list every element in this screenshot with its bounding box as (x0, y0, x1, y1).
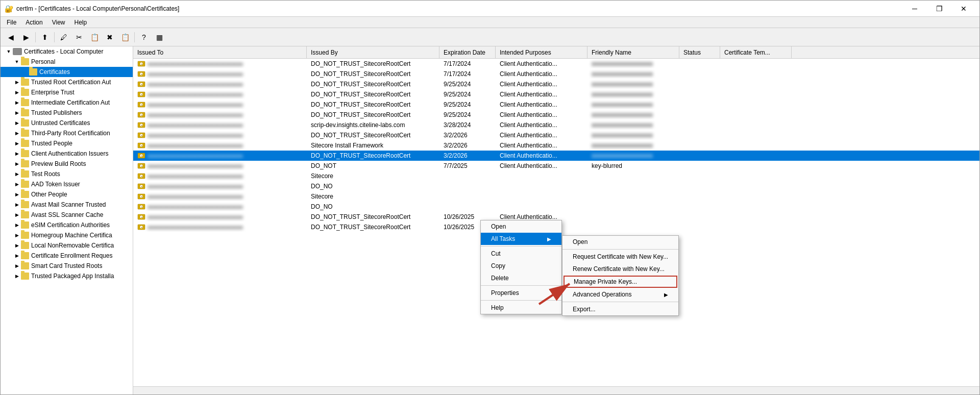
toolbar-paste[interactable]: 📋 (118, 30, 132, 44)
cell-friendly (587, 212, 679, 221)
tree-item-intermediate[interactable]: ▶ Intermediate Certification Aut (1, 97, 133, 108)
cell-intended: Client Authenticatio... (496, 89, 587, 99)
list-row[interactable]: ★xxxxxxxxxxxxxxxxxxxxxxxxxxxxxxxxxxDO_NO… (133, 110, 979, 120)
tree-item-esim[interactable]: ▶ eSIM Certification Authorities (1, 220, 133, 230)
tree-item-client-auth[interactable]: ▶ Client Authentication Issuers (1, 149, 133, 159)
tree-item-untrusted[interactable]: ▶ Untrusted Certificates (1, 118, 133, 128)
list-row[interactable]: ★xxxxxxxxxxxxxxxxxxxxxxxxxxxxxxxxxxDO_NO… (133, 89, 979, 100)
list-row[interactable]: ★xxxxxxxxxxxxxxxxxxxxxxxxxxxxxxxxxxSitec… (133, 191, 979, 202)
toolbar-edit[interactable]: 🖊 (57, 30, 71, 44)
sub-renew-new[interactable]: Renew Certificate with New Key... (562, 263, 678, 275)
list-row[interactable]: ★xxxxxxxxxxxxxxxxxxxxxxxxxxxxxxxxxxDO_NO (133, 181, 979, 191)
tree-item-local-nonremovable[interactable]: ▶ Local NonRemovable Certifica (1, 240, 133, 251)
cell-status (679, 100, 720, 109)
col-header-intended[interactable]: Intended Purposes (496, 46, 587, 58)
col-header-friendly[interactable]: Friendly Name (587, 46, 679, 58)
list-row[interactable]: ★xxxxxxxxxxxxxxxxxxxxxxxxxxxxxxxxxxDO_NO… (133, 69, 979, 79)
minimize-button[interactable]: ─ (903, 1, 926, 17)
close-button[interactable]: ✕ (952, 1, 975, 17)
cell-status (679, 140, 720, 150)
cell-issued-to: ★xxxxxxxxxxxxxxxxxxxxxxxxxxxxxxxxxx (133, 130, 307, 140)
tree-item-personal[interactable]: ▼ Personal (1, 57, 133, 67)
ctx-all-tasks[interactable]: All Tasks ▶ (481, 233, 561, 245)
sub-request-new[interactable]: Request Certificate with New Key... (562, 251, 678, 263)
menu-view[interactable]: View (48, 18, 69, 27)
menu-file[interactable]: File (3, 18, 20, 27)
ctx-open[interactable]: Open (481, 220, 561, 233)
cert-row-icon: ★ (137, 162, 145, 169)
cell-status (679, 79, 720, 89)
cell-issued-to: ★xxxxxxxxxxxxxxxxxxxxxxxxxxxxxxxxxx (133, 59, 307, 68)
toolbar-forward[interactable]: ▶ (19, 30, 33, 44)
folder-icon-homegroup (21, 232, 29, 239)
menu-action[interactable]: Action (21, 18, 46, 27)
folder-icon-test-roots (21, 170, 29, 178)
list-row[interactable]: ★xxxxxxxxxxxxxxxxxxxxxxxxxxxxxxxxxxDO_NO… (133, 59, 979, 69)
ctx-delete[interactable]: Delete (481, 272, 561, 284)
issued-to-value: xxxxxxxxxxxxxxxxxxxxxxxxxxxxxxxxxx (148, 102, 243, 108)
cert-row-icon: ★ (137, 101, 145, 108)
cell-expiry: 9/25/2024 (439, 79, 496, 89)
tree-item-smart-card[interactable]: ▶ Smart Card Trusted Roots (1, 261, 133, 271)
tree-item-third-party[interactable]: ▶ Third-Party Root Certification (1, 128, 133, 138)
horizontal-scrollbar[interactable] (133, 386, 979, 394)
ctx-help[interactable]: Help (481, 302, 561, 314)
toolbar-help[interactable]: ? (137, 30, 151, 44)
list-row[interactable]: ★xxxxxxxxxxxxxxxxxxxxxxxxxxxxxxxxxxscrip… (133, 120, 979, 130)
tree-item-enterprise[interactable]: ▶ Enterprise Trust (1, 87, 133, 97)
toolbar-delete[interactable]: ✖ (103, 30, 117, 44)
col-header-status[interactable]: Status (679, 46, 720, 58)
tree-item-test-roots[interactable]: ▶ Test Roots (1, 169, 133, 179)
cert-row-icon: ★ (137, 91, 145, 98)
ctx-sep3 (481, 300, 561, 301)
cell-issued-to: ★xxxxxxxxxxxxxxxxxxxxxxxxxxxxxxxxxx (133, 212, 307, 221)
list-row[interactable]: ★xxxxxxxxxxxxxxxxxxxxxxxxxxxxxxxxxxSitec… (133, 171, 979, 181)
tree-item-preview[interactable]: ▶ Preview Build Roots (1, 159, 133, 169)
ctx-cut[interactable]: Cut (481, 248, 561, 260)
tree-item-avast-mail[interactable]: ▶ Avast Mail Scanner Trusted (1, 200, 133, 210)
toolbar-cut[interactable]: ✂ (72, 30, 86, 44)
tree-item-trusted-packaged[interactable]: ▶ Trusted Packaged App Installa (1, 271, 133, 281)
tree-item-trusted-pub[interactable]: ▶ Trusted Publishers (1, 108, 133, 118)
cell-intended: Client Authenticatio... (496, 100, 587, 109)
ctx-copy[interactable]: Copy (481, 260, 561, 272)
tree-item-homegroup[interactable]: ▶ Homegroup Machine Certifica (1, 230, 133, 240)
cell-certtem (720, 89, 792, 99)
list-row[interactable]: ★xxxxxxxxxxxxxxxxxxxxxxxxxxxxxxxxxxDO_NO… (133, 151, 979, 161)
ctx-properties[interactable]: Properties (481, 287, 561, 299)
list-row[interactable]: ★xxxxxxxxxxxxxxxxxxxxxxxxxxxxxxxxxxDO_NO (133, 202, 979, 212)
toolbar-copy[interactable]: 📋 (87, 30, 102, 44)
list-row[interactable]: ★xxxxxxxxxxxxxxxxxxxxxxxxxxxxxxxxxxDO_NO… (133, 130, 979, 140)
toolbar-back[interactable]: ◀ (4, 30, 18, 44)
tree-item-trusted-people[interactable]: ▶ Trusted People (1, 138, 133, 149)
cell-status (679, 69, 720, 79)
sub-export[interactable]: Export... (562, 303, 678, 315)
list-row[interactable]: ★xxxxxxxxxxxxxxxxxxxxxxxxxxxxxxxxxxSitec… (133, 140, 979, 151)
issued-to-value: xxxxxxxxxxxxxxxxxxxxxxxxxxxxxxxxxx (148, 224, 243, 230)
tree-item-certificates[interactable]: Certificates (1, 67, 133, 77)
cell-issued-to: ★xxxxxxxxxxxxxxxxxxxxxxxxxxxxxxxxxx (133, 222, 307, 232)
col-header-issued-by[interactable]: Issued By (307, 46, 439, 58)
tree-item-other-people[interactable]: ▶ Other People (1, 189, 133, 200)
list-row[interactable]: ★xxxxxxxxxxxxxxxxxxxxxxxxxxxxxxxxxxDO_NO… (133, 100, 979, 110)
sub-advanced[interactable]: Advanced Operations ▶ (562, 288, 678, 301)
tree-item-cert-enrollment[interactable]: ▶ Certificate Enrollment Reques (1, 251, 133, 261)
toolbar-up[interactable]: ⬆ (38, 30, 52, 44)
toolbar-properties[interactable]: ▦ (152, 30, 166, 44)
col-header-certtem[interactable]: Certificate Tem... (720, 46, 792, 58)
tree-item-trusted-root[interactable]: ▶ Trusted Root Certification Aut (1, 77, 133, 87)
tree-item-avast-ssl[interactable]: ▶ Avast SSL Scanner Cache (1, 210, 133, 220)
list-row[interactable]: ★xxxxxxxxxxxxxxxxxxxxxxxxxxxxxxxxxxDO_NO… (133, 79, 979, 89)
sub-manage-keys[interactable]: Manage Private Keys... (564, 276, 677, 288)
cell-friendly (587, 181, 679, 191)
cell-issued-to: ★xxxxxxxxxxxxxxxxxxxxxxxxxxxxxxxxxx (133, 151, 307, 160)
tree-item-aad[interactable]: ▶ AAD Token Issuer (1, 179, 133, 189)
list-row[interactable]: ★xxxxxxxxxxxxxxxxxxxxxxxxxxxxxxxxxxDO_NO… (133, 161, 979, 171)
maximize-button[interactable]: ❐ (927, 1, 951, 17)
col-header-issued-to[interactable]: Issued To (133, 46, 307, 58)
ctx-delete-label: Delete (491, 275, 509, 282)
menu-help[interactable]: Help (70, 18, 91, 27)
col-header-expiry[interactable]: Expiration Date (439, 46, 496, 58)
sub-open[interactable]: Open (562, 236, 678, 248)
tree-item-root[interactable]: ▼ Certificates - Local Computer (1, 46, 133, 57)
